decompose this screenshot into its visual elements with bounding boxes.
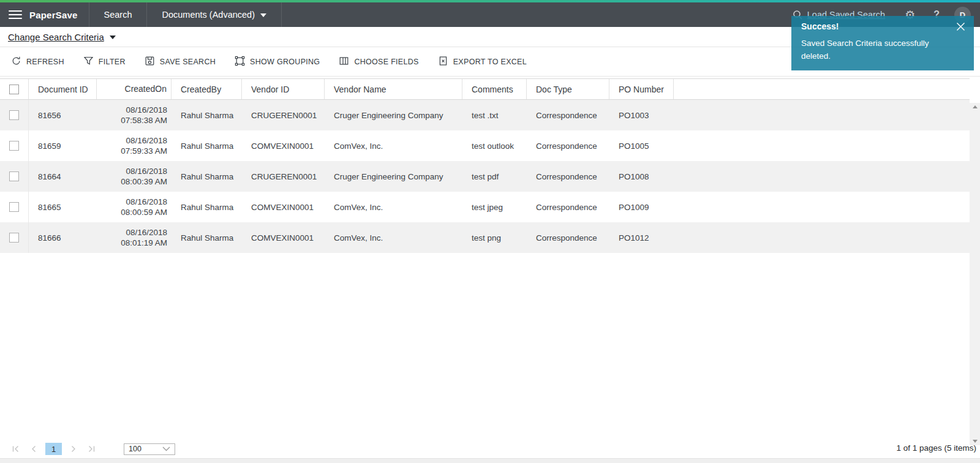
- table-row[interactable]: 81664 08/16/201808:00:39 AM Rahul Sharma…: [0, 161, 970, 192]
- row-checkbox[interactable]: [9, 202, 19, 212]
- cell-vendor-name: ComVex, Inc.: [325, 222, 462, 253]
- first-page-button[interactable]: [6, 442, 24, 456]
- column-header-filler: [674, 79, 970, 99]
- cell-comments: test pdf: [462, 161, 527, 192]
- cell-vendor-name: Cruger Engineering Company: [325, 161, 462, 192]
- cell-createdby: Rahul Sharma: [172, 222, 242, 253]
- cell-doc-type: Correspondence: [527, 192, 609, 222]
- page-size-select[interactable]: 100: [124, 443, 175, 455]
- cell-po-number: PO1003: [609, 100, 674, 130]
- nav-tab-search-label: Search: [104, 10, 132, 20]
- change-search-criteria-link[interactable]: Change Search Criteria: [8, 32, 104, 42]
- filter-button[interactable]: FILTER: [83, 56, 126, 69]
- navbar-left: PaperSave Search Documents (Advanced): [0, 2, 282, 27]
- refresh-icon: [11, 56, 21, 69]
- scroll-down-icon[interactable]: [973, 440, 978, 443]
- page-size-value: 100: [129, 445, 141, 453]
- column-header-po-number[interactable]: PO Number: [609, 79, 674, 99]
- column-header-createdby[interactable]: CreatedBy: [172, 79, 242, 99]
- cell-vendor-name: ComVex, Inc.: [325, 130, 462, 161]
- cell-createdby: Rahul Sharma: [172, 161, 242, 192]
- table-row[interactable]: 81659 08/16/201807:59:33 AM Rahul Sharma…: [0, 130, 970, 161]
- papersave-app: PaperSave Search Documents (Advanced) Lo…: [0, 0, 980, 463]
- filter-icon: [83, 56, 94, 69]
- hamburger-menu-icon[interactable]: [9, 10, 22, 19]
- toast-message: Saved Search Criteria successfully delet…: [801, 37, 954, 62]
- cell-doc-type: Correspondence: [527, 130, 609, 161]
- cell-comments: test .txt: [462, 100, 527, 130]
- cell-createdby: Rahul Sharma: [172, 100, 242, 130]
- cell-createdon: 08/16/201808:00:39 AM: [97, 161, 172, 192]
- toast-title: Success!: [801, 21, 964, 31]
- column-header-vendor-id[interactable]: Vendor ID: [242, 79, 325, 99]
- cell-vendor-id: CRUGEREN0001: [242, 100, 325, 130]
- last-page-button[interactable]: [83, 442, 101, 456]
- cell-doc-type: Correspondence: [527, 161, 609, 192]
- cell-vendor-id: CRUGEREN0001: [242, 161, 325, 192]
- row-checkbox[interactable]: [9, 110, 19, 120]
- choose-fields-label: CHOOSE FIELDS: [354, 58, 418, 66]
- pagination: 1 100: [6, 440, 175, 458]
- choose-fields-button[interactable]: CHOOSE FIELDS: [339, 56, 418, 69]
- table-row[interactable]: 81656 08/16/201807:58:38 AM Rahul Sharma…: [0, 100, 970, 130]
- next-page-button[interactable]: [64, 442, 83, 456]
- show-grouping-button[interactable]: SHOW GROUPING: [235, 56, 320, 69]
- row-checkbox[interactable]: [9, 233, 19, 243]
- export-to-excel-label: EXPORT TO EXCEL: [453, 58, 527, 66]
- excel-icon: [438, 56, 448, 69]
- grouping-icon: [235, 56, 245, 69]
- save-search-button[interactable]: SAVE SEARCH: [145, 56, 216, 69]
- refresh-button[interactable]: REFRESH: [11, 56, 64, 69]
- nav-tab-documents-advanced[interactable]: Documents (Advanced): [147, 2, 282, 27]
- cell-vendor-id: COMVEXIN0001: [242, 130, 325, 161]
- filter-label: FILTER: [99, 58, 126, 66]
- refresh-label: REFRESH: [26, 58, 64, 66]
- header-select-cell: [0, 79, 29, 99]
- cell-createdby: Rahul Sharma: [172, 130, 242, 161]
- cell-document-id: 81666: [29, 222, 97, 253]
- row-checkbox[interactable]: [9, 141, 19, 151]
- cell-document-id: 81656: [29, 100, 97, 130]
- columns-icon: [339, 56, 349, 69]
- previous-page-button[interactable]: [24, 442, 43, 456]
- table-row[interactable]: 81665 08/16/201808:00:59 AM Rahul Sharma…: [0, 192, 970, 222]
- column-header-document-id[interactable]: Document ID: [29, 79, 97, 99]
- cell-document-id: 81659: [29, 130, 97, 161]
- export-to-excel-button[interactable]: EXPORT TO EXCEL: [438, 56, 527, 69]
- cell-comments: test png: [462, 222, 527, 253]
- footer-strip: [0, 458, 980, 463]
- vertical-scrollbar[interactable]: [970, 103, 980, 445]
- cell-vendor-id: COMVEXIN0001: [242, 192, 325, 222]
- scroll-up-icon[interactable]: [973, 105, 978, 108]
- cell-createdon: 08/16/201807:59:33 AM: [97, 130, 172, 161]
- chevron-down-icon[interactable]: [110, 36, 116, 39]
- select-all-checkbox[interactable]: [9, 85, 19, 94]
- cell-createdon: 08/16/201807:58:38 AM: [97, 100, 172, 130]
- cell-doc-type: Correspondence: [527, 222, 609, 253]
- column-header-createdon[interactable]: CreatedOn: [97, 79, 172, 99]
- chevron-down-icon: [260, 13, 266, 17]
- brand-name: PaperSave: [29, 10, 78, 20]
- cell-vendor-name: Cruger Engineering Company: [325, 100, 462, 130]
- close-icon[interactable]: [956, 21, 966, 32]
- brand-menu[interactable]: PaperSave: [0, 2, 89, 27]
- table-row[interactable]: 81666 08/16/201808:01:19 AM Rahul Sharma…: [0, 222, 970, 253]
- current-page-button[interactable]: 1: [45, 443, 62, 455]
- column-header-comments[interactable]: Comments: [462, 79, 527, 99]
- cell-createdon: 08/16/201808:01:19 AM: [97, 222, 172, 253]
- column-header-doc-type[interactable]: Doc Type: [527, 79, 609, 99]
- cell-comments: test jpeg: [462, 192, 527, 222]
- cell-createdon: 08/16/201808:00:59 AM: [97, 192, 172, 222]
- cell-po-number: PO1009: [609, 192, 674, 222]
- nav-tab-search[interactable]: Search: [89, 2, 148, 27]
- cell-po-number: PO1008: [609, 161, 674, 192]
- save-search-label: SAVE SEARCH: [160, 58, 216, 66]
- cell-document-id: 81665: [29, 192, 97, 222]
- grid-header-row: Document ID CreatedOn CreatedBy Vendor I…: [0, 78, 970, 100]
- cell-vendor-id: COMVEXIN0001: [242, 222, 325, 253]
- row-checkbox[interactable]: [9, 171, 19, 181]
- pagination-status: 1 of 1 pages (5 items): [896, 443, 976, 453]
- column-header-vendor-name[interactable]: Vendor Name: [325, 79, 462, 99]
- cell-vendor-name: ComVex, Inc.: [325, 192, 462, 222]
- cell-po-number: PO1012: [609, 222, 674, 253]
